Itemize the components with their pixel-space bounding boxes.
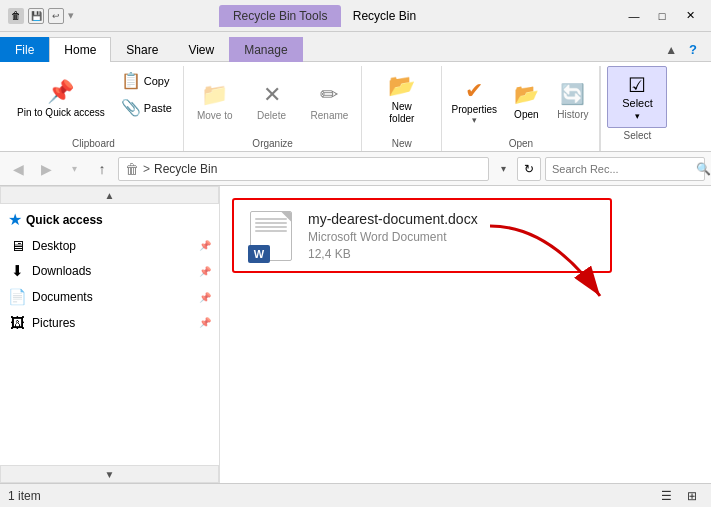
file-item[interactable]: W my-dearest-document.docx Microsoft Wor… [232, 198, 612, 273]
properties-button[interactable]: ✔ Properties ▾ [448, 70, 500, 132]
clipboard-label: Clipboard [10, 136, 177, 151]
item-count: 1 item [8, 489, 41, 503]
select-arrow: ▾ [635, 111, 640, 121]
clipboard-content: 📌 Pin to Quick access 📋 Copy 📎 Paste [10, 66, 177, 136]
path-folder-icon: 🗑 [125, 161, 139, 177]
sidebar-scroll-down[interactable]: ▼ [0, 465, 219, 483]
move-to-button[interactable]: 📁 Move to [190, 70, 240, 132]
sidebar-item-downloads[interactable]: ⬇ Downloads 📌 [0, 258, 219, 284]
copy-icon: 📋 [121, 71, 141, 90]
desktop-pin-icon: 📌 [199, 240, 211, 251]
file-name: my-dearest-document.docx [308, 211, 478, 227]
details-view-button[interactable]: ☰ [655, 487, 677, 505]
open-button[interactable]: 📂 Open [506, 70, 546, 132]
doc-line-4 [255, 230, 287, 232]
search-input[interactable] [546, 163, 696, 175]
sidebar: ▲ ★ Quick access 🖥 Desktop 📌 ⬇ Downloads… [0, 186, 220, 483]
pictures-icon: 🖼 [8, 314, 26, 331]
search-icon[interactable]: 🔍 [696, 158, 711, 180]
recent-locations-button[interactable]: ▾ [62, 157, 86, 181]
minimize-button[interactable]: — [621, 7, 647, 25]
ribbon-group-organize: 📁 Move to ✕ Delete ✏ Rename Organize [184, 66, 362, 151]
rename-icon: ✏ [320, 82, 338, 108]
copy-button[interactable]: 📋 Copy [116, 68, 177, 93]
help-button[interactable]: ? [681, 38, 705, 61]
path-separator: > [143, 162, 150, 176]
select-group-label: Select [624, 128, 652, 143]
title-bar: 🗑 💾 ↩ ▾ Recycle Bin Tools Recycle Bin — … [0, 0, 711, 32]
back-button[interactable]: ◀ [6, 157, 30, 181]
address-path[interactable]: 🗑 > Recycle Bin [118, 157, 489, 181]
history-icon: 🔄 [560, 82, 585, 106]
new-content: 📂 Newfolder [368, 66, 435, 136]
delete-button[interactable]: ✕ Delete [248, 70, 296, 132]
close-button[interactable]: ✕ [677, 7, 703, 25]
tab-manage[interactable]: Manage [229, 37, 302, 62]
paste-label: Paste [144, 102, 172, 114]
paste-button[interactable]: 📎 Paste [116, 95, 177, 120]
ribbon-tabs: File Home Share View Manage ▲ ? [0, 32, 711, 62]
downloads-icon: ⬇ [8, 262, 26, 280]
select-button[interactable]: ☑ Select ▾ [607, 66, 667, 128]
tab-share[interactable]: Share [111, 37, 173, 62]
documents-icon: 📄 [8, 288, 26, 306]
organize-label: Organize [190, 136, 355, 151]
sidebar-item-documents[interactable]: 📄 Documents 📌 [0, 284, 219, 310]
ribbon-group-open: ✔ Properties ▾ 📂 Open 🔄 History Open [442, 66, 600, 151]
quick-access-star-icon: ★ [8, 210, 22, 229]
file-info: my-dearest-document.docx Microsoft Word … [308, 211, 478, 261]
delete-icon: ✕ [263, 82, 281, 108]
tab-view[interactable]: View [173, 37, 229, 62]
open-label: Open [448, 136, 593, 151]
documents-label: Documents [32, 290, 193, 304]
select-label: Select [622, 97, 653, 110]
maximize-button[interactable]: □ [649, 7, 675, 25]
window-controls: — □ ✕ [621, 7, 703, 25]
copy-label: Copy [144, 75, 170, 87]
main-area: ▲ ★ Quick access 🖥 Desktop 📌 ⬇ Downloads… [0, 186, 711, 483]
address-dropdown-btn[interactable]: ▾ [493, 157, 513, 181]
history-button[interactable]: 🔄 History [552, 70, 593, 132]
file-type: Microsoft Word Document [308, 230, 478, 244]
tab-home[interactable]: Home [49, 37, 111, 62]
desktop-label: Desktop [32, 239, 193, 253]
doc-line-1 [255, 218, 287, 220]
status-bar: 1 item ☰ ⊞ [0, 483, 711, 507]
large-icons-view-button[interactable]: ⊞ [681, 487, 703, 505]
file-size: 12,4 KB [308, 247, 478, 261]
new-folder-button[interactable]: 📂 Newfolder [378, 68, 426, 130]
paste-icon: 📎 [121, 98, 141, 117]
ribbon: 📌 Pin to Quick access 📋 Copy 📎 Paste Cli… [0, 62, 711, 152]
new-folder-label: Newfolder [389, 101, 414, 125]
tab-file[interactable]: File [0, 37, 49, 62]
refresh-button[interactable]: ↻ [517, 157, 541, 181]
search-box[interactable]: 🔍 [545, 157, 705, 181]
sidebar-item-pictures[interactable]: 🖼 Pictures 📌 [0, 310, 219, 335]
forward-button[interactable]: ▶ [34, 157, 58, 181]
up-button[interactable]: ↑ [90, 157, 114, 181]
documents-pin-icon: 📌 [199, 292, 211, 303]
context-tab: Recycle Bin Tools [219, 5, 342, 27]
downloads-pin-icon: 📌 [199, 266, 211, 277]
sidebar-item-desktop[interactable]: 🖥 Desktop 📌 [0, 233, 219, 258]
doc-line-2 [255, 222, 287, 224]
ribbon-group-new: 📂 Newfolder New [362, 66, 442, 151]
pin-label: Pin to Quick access [17, 107, 105, 119]
collapse-ribbon-btn[interactable]: ▲ [665, 43, 677, 57]
pin-to-quick-access-button[interactable]: 📌 Pin to Quick access [10, 68, 112, 130]
ribbon-collapse: ▲ ? [659, 38, 711, 61]
move-label: Move to [197, 110, 233, 121]
pictures-pin-icon: 📌 [199, 317, 211, 328]
new-folder-icon: 📂 [388, 73, 415, 99]
title-text: Recycle Bin Tools Recycle Bin [14, 9, 621, 23]
rename-button[interactable]: ✏ Rename [304, 70, 356, 132]
new-label: New [368, 136, 435, 151]
quick-access-header[interactable]: ★ Quick access [0, 204, 219, 233]
desktop-icon: 🖥 [8, 237, 26, 254]
checkmark-icon: ✔ [465, 78, 483, 104]
sidebar-scroll-up[interactable]: ▲ [0, 186, 219, 204]
select-icon: ☑ [628, 73, 646, 97]
organize-content: 📁 Move to ✕ Delete ✏ Rename [190, 66, 355, 136]
downloads-label: Downloads [32, 264, 193, 278]
file-icon-container: W [246, 208, 296, 263]
